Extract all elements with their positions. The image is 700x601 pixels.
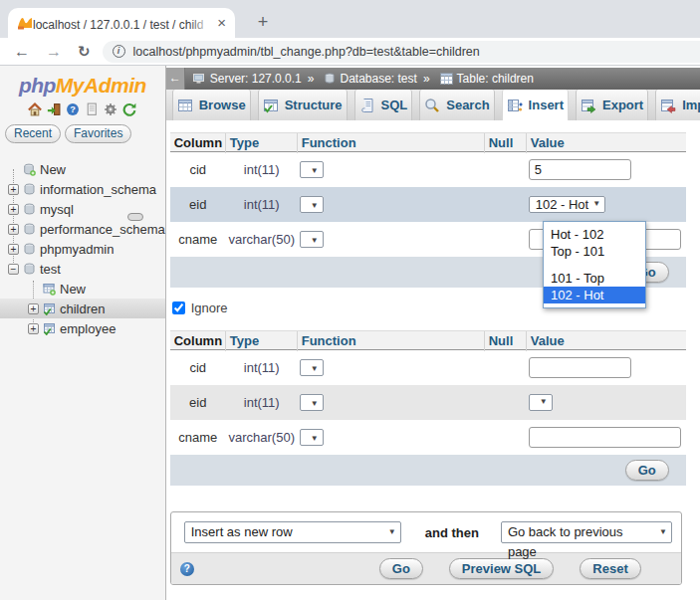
- breadcrumb-table[interactable]: Table: children: [457, 72, 534, 86]
- table-icon: [432, 73, 457, 85]
- browser-tab-strip: localhost / 127.0.0.1 / test / child × +: [0, 0, 700, 38]
- dropdown-option[interactable]: Top - 101: [544, 243, 645, 260]
- tab-title: localhost / 127.0.0.1 / test / child: [33, 18, 203, 31]
- form-header-row: Column Type Function Null Value: [170, 132, 686, 152]
- breadcrumb: ← Server: 127.0.0.1 » Database: test » T…: [166, 68, 700, 90]
- go-button[interactable]: Go: [625, 460, 669, 481]
- exit-icon[interactable]: [47, 102, 61, 116]
- home-icon[interactable]: [28, 102, 42, 116]
- table-icon: [43, 322, 56, 335]
- expand-icon[interactable]: +: [8, 184, 19, 195]
- dropdown-option[interactable]: Hot - 102: [544, 226, 645, 243]
- navigation-sidebar: phpMyAdmin ? Recent Favorites New: [0, 66, 166, 600]
- documentation-icon[interactable]: [85, 102, 99, 116]
- tab-export[interactable]: Export: [576, 90, 648, 120]
- database-tree: New + information_schema + mysql + perfo…: [0, 159, 165, 338]
- tab-structure[interactable]: Structure: [258, 90, 348, 120]
- tree-item-test[interactable]: − test: [0, 259, 165, 279]
- help-icon[interactable]: ?: [180, 562, 194, 576]
- field-row-eid: eid int(11) 102 - Hot: [170, 187, 686, 222]
- main-panel: ← Server: 127.0.0.1 » Database: test » T…: [166, 66, 700, 600]
- tab-search[interactable]: Search: [419, 90, 494, 120]
- ignore-checkbox[interactable]: [172, 301, 185, 314]
- database-new-icon: [23, 163, 36, 176]
- tree-item-children[interactable]: + children: [0, 299, 165, 318]
- function-select[interactable]: [300, 196, 324, 213]
- recent-button[interactable]: Recent: [5, 124, 61, 143]
- tree-item-new-table[interactable]: New: [0, 279, 165, 299]
- browser-tab[interactable]: localhost / 127.0.0.1 / test / child ×: [8, 8, 235, 38]
- reload-icon[interactable]: ↻: [78, 44, 91, 59]
- eid-dropdown-list: Hot - 102 Top - 101 101 - Top 102 - Hot: [543, 221, 646, 308]
- database-icon: [23, 263, 36, 276]
- tab-browse[interactable]: Browse: [172, 90, 251, 120]
- expand-icon[interactable]: +: [8, 224, 19, 235]
- breadcrumb-server[interactable]: Server: 127.0.0.1: [210, 72, 302, 86]
- expand-icon[interactable]: +: [28, 323, 39, 334]
- function-select[interactable]: [300, 231, 324, 248]
- tree-item-information-schema[interactable]: + information_schema: [0, 179, 165, 199]
- collapse-icon[interactable]: −: [8, 264, 19, 275]
- tree-item-new-database[interactable]: New: [0, 159, 165, 179]
- tab-import[interactable]: Import: [655, 90, 700, 120]
- field-row-cid: cid int(11): [170, 152, 686, 187]
- address-bar[interactable]: i localhost/phpmyadmin/tbl_change.php?db…: [103, 41, 700, 63]
- pma-favicon-icon: [17, 15, 33, 31]
- breadcrumb-database[interactable]: Database: test: [340, 72, 416, 86]
- table-tabs: Browse Structure SQL Search Insert: [166, 90, 700, 120]
- tree-item-employee[interactable]: + employee: [0, 318, 165, 338]
- ignore-label: Ignore: [191, 300, 228, 315]
- breadcrumb-back-icon[interactable]: ←: [166, 68, 185, 90]
- go-button[interactable]: Go: [379, 558, 423, 579]
- tab-insert[interactable]: Insert: [502, 90, 569, 120]
- form-footer: Go: [170, 455, 686, 486]
- insert-actions-panel: Insert as new row and then Go back to pr…: [170, 511, 682, 585]
- after-insert-select[interactable]: Go back to previous page: [501, 521, 672, 543]
- function-select[interactable]: [300, 429, 324, 446]
- value-select-eid[interactable]: [529, 394, 553, 411]
- site-info-icon[interactable]: i: [113, 45, 125, 58]
- dropdown-option-selected[interactable]: 102 - Hot: [544, 287, 645, 303]
- dropdown-option[interactable]: 101 - Top: [544, 270, 645, 287]
- insert-form-2: Column Type Function Null Value cid int(…: [170, 330, 686, 486]
- help-doc-icon[interactable]: ?: [66, 102, 80, 116]
- preview-sql-button[interactable]: Preview SQL: [449, 558, 554, 579]
- tree-item-performance-schema[interactable]: + performance_schema: [0, 219, 165, 239]
- function-select[interactable]: [300, 394, 324, 411]
- refresh-icon[interactable]: [122, 102, 136, 116]
- browser-toolbar: ← → ↻ i localhost/phpmyadmin/tbl_change.…: [0, 38, 700, 66]
- insert-mode-select[interactable]: Insert as new row: [184, 521, 401, 543]
- field-row-cname: cname varchar(50): [170, 420, 686, 455]
- field-row-cid: cid int(11): [170, 350, 686, 385]
- favorites-button[interactable]: Favorites: [65, 124, 131, 143]
- value-input-cid[interactable]: [529, 357, 631, 378]
- breadcrumb-separator: »: [423, 72, 430, 86]
- function-select[interactable]: [300, 161, 324, 178]
- reset-button[interactable]: Reset: [580, 558, 640, 579]
- tab-close-icon[interactable]: ×: [217, 16, 226, 30]
- svg-text:?: ?: [71, 104, 77, 114]
- value-select-eid[interactable]: 102 - Hot: [529, 196, 605, 213]
- expand-icon[interactable]: +: [8, 244, 19, 255]
- new-tab-button[interactable]: +: [251, 11, 275, 35]
- database-icon: [23, 203, 36, 216]
- tree-item-phpmyadmin[interactable]: + phpmyadmin: [0, 239, 165, 259]
- and-then-label: and then: [425, 525, 479, 540]
- phpmyadmin-logo[interactable]: phpMyAdmin: [0, 74, 165, 98]
- function-select[interactable]: [300, 359, 324, 376]
- expand-icon[interactable]: +: [28, 303, 39, 314]
- database-icon: [23, 183, 36, 196]
- dropdown-option-blank[interactable]: [544, 260, 645, 270]
- value-input-cname[interactable]: [529, 427, 681, 448]
- settings-gear-icon[interactable]: [104, 102, 117, 116]
- database-icon: [316, 73, 340, 85]
- value-input-cid[interactable]: [529, 159, 631, 180]
- tree-item-mysql[interactable]: + mysql: [0, 199, 165, 219]
- tab-sql[interactable]: SQL: [354, 90, 413, 120]
- expand-icon[interactable]: +: [8, 204, 19, 215]
- forward-icon[interactable]: →: [46, 44, 62, 60]
- back-icon[interactable]: ←: [14, 44, 30, 60]
- server-icon: [185, 73, 210, 85]
- field-row-eid: eid int(11): [170, 385, 686, 420]
- actions-footer: ? Go Preview SQL Reset: [171, 552, 681, 584]
